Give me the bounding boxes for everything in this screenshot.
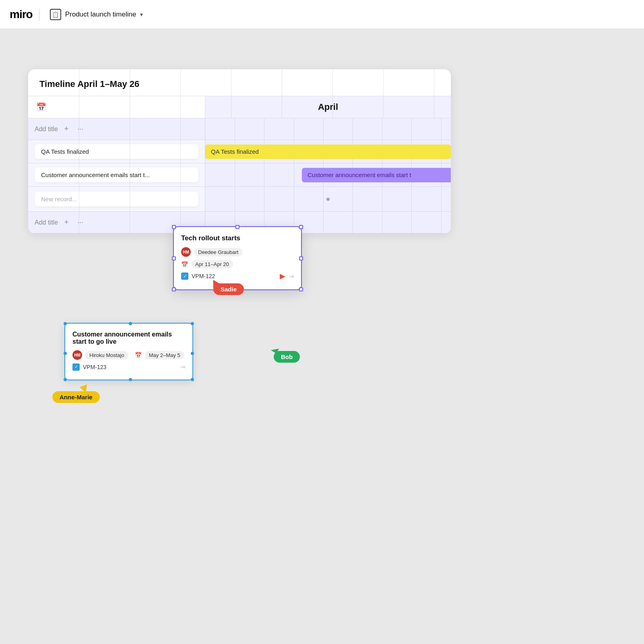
select-dot-bm xyxy=(129,378,132,381)
miro-logo: miro xyxy=(10,8,33,21)
customer-bar-purple[interactable]: Customer announcement emails start t xyxy=(302,168,451,182)
calendar-icon: 📅 xyxy=(36,102,46,112)
floating-avatar-initials: HM xyxy=(74,353,80,357)
popup-pin-icon: ⇥ xyxy=(289,272,294,280)
resize-handle-bl[interactable] xyxy=(172,287,176,291)
popup-assignee-row: HM Deedee Graubart xyxy=(181,247,294,257)
select-dot-tr xyxy=(191,322,194,325)
customer-announcement-card[interactable]: Customer announcement emails start to go… xyxy=(64,323,193,380)
group1-title: Add title xyxy=(35,126,58,133)
group2-title: Add title xyxy=(35,219,58,226)
anne-cursor-label: Anne-Marie xyxy=(52,391,100,403)
floating-date-range[interactable]: May 2–May 5 xyxy=(145,351,184,359)
select-dot-bl xyxy=(64,378,67,381)
item1-left: QA Tests finalized xyxy=(28,140,205,163)
bob-cursor-label: Bob xyxy=(274,351,300,363)
chevron-down-icon: ▾ xyxy=(140,11,143,18)
item3-left: New record... xyxy=(28,187,205,211)
resize-handle-br[interactable] xyxy=(299,287,303,291)
group1-left: Add title + ··· xyxy=(28,118,205,140)
popup-avatar-initials: HM xyxy=(183,250,189,254)
board-title-button[interactable]: 📋 Product launch timeline ▾ xyxy=(46,6,147,23)
month-label: April xyxy=(318,102,338,112)
cursor-anne-marie: Anne-Marie xyxy=(52,391,100,403)
group1-section: Add title + ··· xyxy=(28,118,451,233)
resize-handle-rm[interactable] xyxy=(299,256,303,260)
resize-handle-lm[interactable] xyxy=(172,256,176,260)
topbar-divider xyxy=(39,8,39,21)
select-dot-tm xyxy=(129,322,132,325)
calendar-month: April xyxy=(205,96,451,118)
item2-right: Customer announcement emails start t xyxy=(205,163,451,186)
board-icon: 📋 xyxy=(50,9,61,20)
floating-ticket-label: VPM-123 xyxy=(83,364,106,370)
board-title-text: Product launch timeline xyxy=(65,10,136,19)
item1-right: QA Tests finalized xyxy=(205,140,451,163)
table-row: QA Tests finalized QA Tests finalized xyxy=(28,140,451,163)
item2-left: Customer announcement emails start t... xyxy=(28,163,205,186)
popup-ticket-label: VPM-122 xyxy=(192,273,215,279)
select-dot-tl xyxy=(64,322,67,325)
popup-arrow-icon: ▶ xyxy=(280,272,285,281)
item1-card[interactable]: QA Tests finalized xyxy=(35,144,198,159)
table-row: Customer announcement emails start t... … xyxy=(28,163,451,187)
new-record-text: New record... xyxy=(41,196,77,202)
customer-bar-text: Customer announcement emails start t xyxy=(308,171,411,178)
group1-header: Add title + ··· xyxy=(28,118,451,140)
canvas: Timeline April 1–May 26 📅 April xyxy=(0,29,644,644)
cursor-bob: Bob xyxy=(274,351,300,363)
item2-text: Customer announcement emails start t... xyxy=(41,171,150,178)
floating-calendar-icon: 📅 xyxy=(135,352,142,358)
popup-date-range[interactable]: Apr 11–Apr 20 xyxy=(191,260,233,268)
group1-menu-button[interactable]: ··· xyxy=(75,124,86,134)
popup-calendar-icon: 📅 xyxy=(181,261,188,268)
timeline-title: Timeline April 1–May 26 xyxy=(28,69,451,96)
popup-avatar: HM xyxy=(181,247,191,257)
floating-assignee-name[interactable]: Hiroku Mostajo xyxy=(85,351,128,359)
topbar: miro 📋 Product launch timeline ▾ xyxy=(0,0,644,29)
select-dot-br xyxy=(191,378,194,381)
qa-bar-text: QA Tests finalized xyxy=(211,148,259,155)
calendar-header: 📅 April xyxy=(28,96,451,118)
tech-rollout-popup[interactable]: Tech rollout starts HM Deedee Graubart 📅… xyxy=(173,226,302,290)
popup-assignee-name[interactable]: Deedee Graubart xyxy=(194,248,242,256)
qa-bar-yellow[interactable]: QA Tests finalized xyxy=(205,144,451,159)
resize-handle-tl[interactable] xyxy=(172,225,176,229)
select-dot-lm xyxy=(64,352,67,355)
calendar-left: 📅 xyxy=(28,96,205,118)
popup-checkbox[interactable]: ✓ xyxy=(181,272,188,280)
floating-pin-icon: ⇥ xyxy=(180,363,185,371)
group2-menu-button[interactable]: ··· xyxy=(75,217,86,227)
popup-date-row: 📅 Apr 11–Apr 20 xyxy=(181,260,294,268)
new-record-card[interactable]: New record... xyxy=(35,192,198,206)
floating-card-title: Customer announcement emails start to go… xyxy=(72,331,185,345)
cursor-sadie: Sadie xyxy=(213,283,244,295)
group1-right xyxy=(205,118,451,140)
resize-handle-tm[interactable] xyxy=(235,225,239,229)
item2-card[interactable]: Customer announcement emails start t... xyxy=(35,167,198,182)
group2-add-button[interactable]: + xyxy=(62,217,71,227)
floating-checkbox[interactable]: ✓ xyxy=(72,363,80,371)
resize-handle-tr[interactable] xyxy=(299,225,303,229)
group1-add-button[interactable]: + xyxy=(62,124,71,134)
item1-text: QA Tests finalized xyxy=(41,148,89,155)
timeline-panel: Timeline April 1–May 26 📅 April xyxy=(28,69,451,233)
popup-title: Tech rollout starts xyxy=(181,234,294,242)
floating-assignee-row: HM Hiroku Mostajo 📅 May 2–May 5 xyxy=(72,350,185,360)
floating-avatar: HM xyxy=(72,350,82,360)
select-dot-rm xyxy=(191,352,194,355)
popup-ticket-row: ✓ VPM-122 ▶ ⇥ xyxy=(181,272,294,281)
floating-ticket-row: ✓ VPM-123 ⇥ xyxy=(72,363,185,371)
table-row: New record... xyxy=(28,187,451,212)
item3-right xyxy=(205,187,451,211)
